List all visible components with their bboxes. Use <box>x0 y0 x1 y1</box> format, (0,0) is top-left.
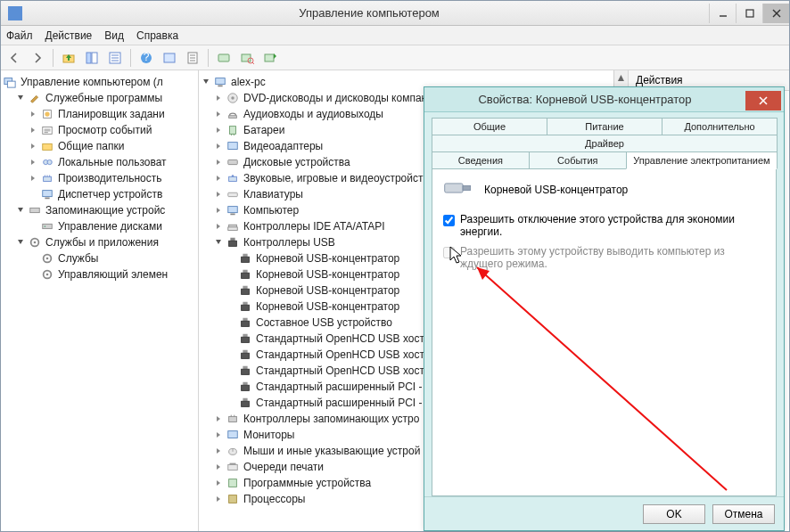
tree-item[interactable]: Управляющий элемен <box>3 266 196 282</box>
expand-icon[interactable] <box>28 157 38 168</box>
expand-icon[interactable] <box>213 93 224 103</box>
expand-icon[interactable] <box>213 237 224 248</box>
svg-rect-50 <box>229 176 237 181</box>
svg-rect-66 <box>243 318 247 322</box>
tree-label: Корневой USB-концентратор <box>254 300 399 313</box>
svg-point-27 <box>47 160 52 164</box>
tree-item[interactable]: Службы <box>3 250 196 266</box>
tree-item[interactable]: Производительность <box>3 170 196 186</box>
tree-item[interactable]: Локальные пользоват <box>3 154 196 170</box>
tree-root[interactable]: Управление компьютером (л <box>3 74 196 90</box>
collapse-icon[interactable] <box>15 93 26 103</box>
svg-rect-51 <box>228 192 238 196</box>
tab-advanced[interactable]: Дополнительно <box>662 118 778 135</box>
tree-item[interactable]: Планировщик задани <box>3 106 196 122</box>
expand-icon[interactable] <box>28 125 38 135</box>
device-icon-button[interactable] <box>214 48 234 68</box>
category-icon <box>226 444 240 458</box>
scroll-up-button[interactable]: ▲ <box>614 70 628 85</box>
tab-general[interactable]: Общие <box>432 118 547 135</box>
tree-group-storage[interactable]: Запоминающие устройс <box>3 202 196 218</box>
show-hide-tree-button[interactable] <box>82 48 102 68</box>
expand-icon[interactable] <box>213 446 224 456</box>
tab-power[interactable]: Питание <box>547 118 662 135</box>
svg-rect-56 <box>230 238 235 241</box>
expand-icon[interactable] <box>28 269 38 280</box>
expand-icon[interactable] <box>213 462 224 472</box>
tree-label: Управление компьютером (л <box>19 76 163 88</box>
tree-item[interactable]: Общие папки <box>3 138 196 154</box>
dialog-titlebar[interactable]: Свойства: Корневой USB-концентратор <box>424 87 784 112</box>
forward-button[interactable] <box>28 48 47 68</box>
expand-icon[interactable] <box>28 109 38 119</box>
app-icon <box>8 6 22 20</box>
export-list-button[interactable] <box>183 48 202 68</box>
svg-rect-72 <box>243 366 247 370</box>
tree-item[interactable]: Управление дисками <box>3 218 196 234</box>
expand-icon[interactable] <box>28 189 38 200</box>
scan-hardware-button[interactable] <box>237 48 257 68</box>
device-name: Корневой USB-концентратор <box>484 184 628 196</box>
menu-file[interactable]: Файл <box>6 29 33 42</box>
category-icon <box>226 171 240 185</box>
expand-icon[interactable] <box>28 141 38 151</box>
svg-rect-49 <box>228 160 238 164</box>
expand-icon[interactable] <box>28 253 38 264</box>
minimize-button[interactable] <box>709 4 736 23</box>
svg-rect-61 <box>242 273 250 278</box>
tree-group-system-tools[interactable]: Служебные программы <box>3 90 196 106</box>
svg-point-39 <box>46 274 49 276</box>
tree-item[interactable]: Диспетчер устройств <box>3 186 196 202</box>
expand-icon[interactable] <box>28 173 38 184</box>
usb-device-icon <box>238 331 252 346</box>
svg-rect-63 <box>242 289 250 294</box>
refresh-button[interactable] <box>160 48 179 68</box>
ok-button[interactable]: OK <box>643 504 705 524</box>
maximize-button[interactable] <box>736 4 762 23</box>
expand-icon[interactable] <box>213 430 224 440</box>
expand-icon[interactable] <box>213 221 224 232</box>
tree-group-services[interactable]: Службы и приложения <box>3 234 196 250</box>
expand-icon[interactable] <box>213 205 224 216</box>
dialog-close-button[interactable] <box>745 91 781 110</box>
tab-power-management[interactable]: Управление электропитанием <box>626 151 778 169</box>
expand-icon[interactable] <box>213 109 224 119</box>
expand-icon[interactable] <box>213 157 224 168</box>
properties-button[interactable] <box>105 48 125 68</box>
cancel-button[interactable]: Отмена <box>712 504 775 524</box>
collapse-icon[interactable] <box>15 205 26 216</box>
tab-driver[interactable]: Драйвер <box>432 135 778 151</box>
tab-details[interactable]: Сведения <box>432 151 530 169</box>
update-driver-button[interactable] <box>260 48 280 68</box>
collapse-icon[interactable] <box>201 77 211 87</box>
svg-rect-52 <box>228 207 238 213</box>
expand-icon[interactable] <box>213 189 224 200</box>
expand-icon[interactable] <box>213 478 224 488</box>
tree-item[interactable]: Просмотр событий <box>3 122 196 138</box>
svg-rect-15 <box>218 54 229 61</box>
up-folder-button[interactable] <box>59 48 78 68</box>
help-button[interactable]: ? <box>136 48 156 68</box>
expand-icon[interactable] <box>213 141 224 151</box>
console-tree: Управление компьютером (л Служебные прог… <box>1 70 198 286</box>
tree-label: Службы <box>56 252 98 265</box>
tree-label: Компьютер <box>242 204 299 217</box>
expand-icon[interactable] <box>213 173 224 184</box>
expand-icon[interactable] <box>28 221 38 232</box>
collapse-icon[interactable] <box>15 237 26 248</box>
expand-icon[interactable] <box>213 413 224 424</box>
expand-icon[interactable] <box>213 125 224 135</box>
menu-action[interactable]: Действие <box>45 29 93 42</box>
menu-view[interactable]: Вид <box>104 29 124 42</box>
menu-help[interactable]: Справка <box>136 29 178 42</box>
tab-row-2: Сведения События Управление электропитан… <box>432 151 777 169</box>
expand-icon[interactable] <box>213 494 224 504</box>
usb-device-icon <box>238 267 252 282</box>
svg-rect-25 <box>43 143 53 150</box>
tab-events[interactable]: События <box>529 151 627 169</box>
back-button[interactable] <box>4 48 24 68</box>
close-button[interactable] <box>762 4 789 23</box>
checkbox-allow-power-off[interactable]: Разрешить отключение этого устройства дл… <box>443 213 765 238</box>
svg-rect-83 <box>230 463 236 465</box>
checkbox-allow-power-off-input[interactable] <box>443 215 455 226</box>
